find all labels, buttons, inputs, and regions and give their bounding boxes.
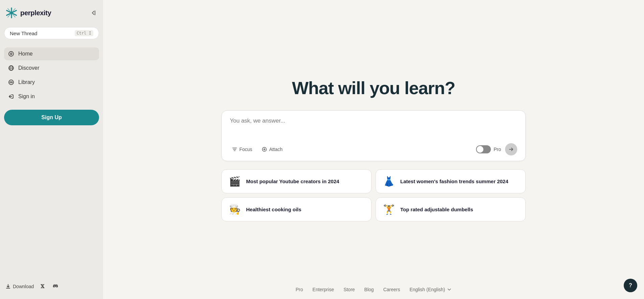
language-label: English (English)	[409, 287, 445, 292]
sidebar-header: perplexity	[4, 5, 99, 20]
sidebar-item-discover[interactable]: Discover	[4, 62, 99, 74]
submit-button[interactable]	[505, 143, 517, 155]
discord-button[interactable]	[51, 282, 60, 291]
download-button[interactable]: Download	[5, 284, 34, 289]
new-thread-shortcut: Ctrl I	[75, 30, 93, 36]
footer-link-pro[interactable]: Pro	[296, 287, 303, 292]
svg-point-6	[9, 51, 14, 56]
library-icon	[8, 79, 14, 85]
attach-icon	[262, 147, 267, 152]
suggestion-emoji-youtube: 🎬	[229, 176, 241, 187]
new-thread-label: New Thread	[10, 30, 37, 36]
footer-link-store[interactable]: Store	[343, 287, 355, 292]
suggestion-emoji-cooking: 🧑‍🍳	[229, 204, 241, 215]
download-icon	[5, 284, 11, 289]
sidebar-item-discover-label: Discover	[18, 65, 39, 71]
help-button[interactable]: ?	[624, 279, 637, 292]
pro-toggle: Pro	[476, 145, 501, 153]
main-content: What will you learn? Focus	[103, 0, 644, 299]
sidebar-item-home-label: Home	[18, 51, 33, 57]
main-footer: Pro Enterprise Store Blog Careers Englis…	[103, 287, 644, 292]
perplexity-logo-icon	[5, 7, 18, 19]
suggestion-text-youtube: Most popular Youtube creators in 2024	[246, 178, 339, 185]
discover-icon	[8, 65, 14, 71]
sidebar-nav: Home Discover Library	[4, 47, 99, 104]
suggestion-text-cooking: Healthiest cooking oils	[246, 206, 301, 213]
search-input[interactable]	[230, 118, 517, 138]
attach-button[interactable]: Attach	[260, 145, 285, 153]
search-container: Focus Attach Pro	[221, 110, 526, 161]
download-label: Download	[13, 284, 34, 289]
logo-text: perplexity	[20, 9, 51, 17]
search-toolbar-right: Pro	[476, 143, 517, 155]
search-toolbar: Focus Attach Pro	[230, 143, 517, 155]
pro-label: Pro	[494, 147, 501, 152]
footer-link-blog[interactable]: Blog	[364, 287, 374, 292]
language-button[interactable]: English (English)	[409, 287, 451, 292]
sidebar: perplexity New Thread Ctrl I Home	[0, 0, 103, 299]
focus-icon	[232, 147, 237, 152]
discord-icon	[52, 283, 58, 290]
sidebar-item-library-label: Library	[18, 79, 35, 85]
sidebar-item-home[interactable]: Home	[4, 47, 99, 60]
pro-toggle-thumb	[477, 146, 483, 153]
footer-link-careers[interactable]: Careers	[383, 287, 400, 292]
chevron-down-icon	[447, 287, 451, 292]
focus-label: Focus	[239, 147, 252, 152]
signin-icon	[8, 93, 14, 100]
search-toolbar-left: Focus Attach	[230, 145, 285, 153]
svg-point-13	[11, 82, 13, 83]
home-icon	[8, 51, 14, 57]
suggestion-card-youtube[interactable]: 🎬 Most popular Youtube creators in 2024	[221, 169, 372, 193]
suggestion-emoji-fashion: 👗	[383, 176, 395, 187]
sidebar-item-library[interactable]: Library	[4, 76, 99, 89]
suggestion-card-fashion[interactable]: 👗 Latest women's fashion trends summer 2…	[376, 169, 526, 193]
suggestion-emoji-dumbells: 🏋️	[383, 204, 395, 215]
sidebar-item-signin[interactable]: Sign in	[4, 90, 99, 103]
x-social-button[interactable]: 𝕏	[39, 282, 46, 291]
focus-button[interactable]: Focus	[230, 145, 254, 153]
suggestion-card-dumbells[interactable]: 🏋️ Top rated adjustable dumbells	[376, 197, 526, 221]
sidebar-item-signin-label: Sign in	[18, 93, 35, 100]
svg-rect-14	[6, 288, 10, 289]
suggestions-grid: 🎬 Most popular Youtube creators in 2024 …	[221, 169, 526, 221]
footer-link-enterprise[interactable]: Enterprise	[312, 287, 334, 292]
submit-arrow-icon	[508, 147, 514, 152]
page-title: What will you learn?	[292, 78, 455, 98]
suggestion-text-dumbells: Top rated adjustable dumbells	[400, 206, 473, 213]
logo-area: perplexity	[5, 7, 51, 19]
attach-label: Attach	[269, 147, 283, 152]
x-icon: 𝕏	[41, 284, 44, 290]
svg-point-7	[10, 53, 12, 55]
signup-button[interactable]: Sign Up	[4, 110, 99, 125]
new-thread-button[interactable]: New Thread Ctrl I	[4, 27, 99, 39]
suggestion-card-cooking[interactable]: 🧑‍🍳 Healthiest cooking oils	[221, 197, 372, 221]
pro-toggle-track[interactable]	[476, 145, 491, 153]
collapse-sidebar-button[interactable]	[89, 8, 98, 17]
sidebar-footer: Download 𝕏	[4, 279, 99, 294]
suggestion-text-fashion: Latest women's fashion trends summer 202…	[400, 178, 508, 185]
